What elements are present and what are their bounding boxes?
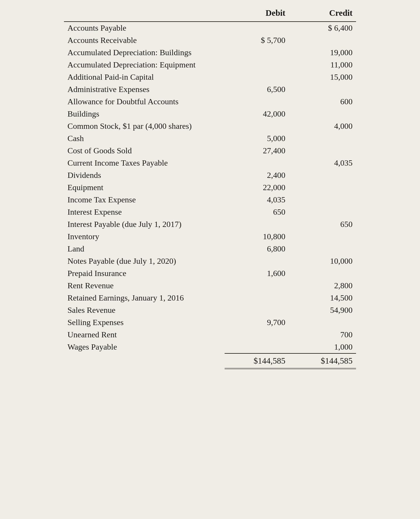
debit-value [225, 304, 289, 316]
debit-value [225, 280, 289, 292]
credit-header: Credit [289, 6, 356, 22]
table-row: Rent Revenue2,800 [64, 280, 356, 292]
account-name: Interest Payable (due July 1, 2017) [64, 218, 225, 230]
credit-value [289, 169, 356, 181]
credit-value [289, 243, 356, 255]
account-header [64, 6, 225, 22]
table-row: Accounts Receivable$ 5,700 [64, 34, 356, 46]
table-row: Administrative Expenses6,500 [64, 83, 356, 96]
table-row: Cash5,000 [64, 132, 356, 145]
account-name: Accumulated Depreciation: Buildings [64, 46, 225, 59]
debit-value: 9,700 [225, 316, 289, 329]
table-row: Common Stock, $1 par (4,000 shares)4,000 [64, 120, 356, 132]
table-row: Allowance for Doubtful Accounts600 [64, 96, 356, 108]
account-name: Accounts Receivable [64, 34, 225, 46]
debit-value: 6,500 [225, 83, 289, 96]
credit-value [289, 230, 356, 243]
credit-value: 700 [289, 329, 356, 341]
credit-value [289, 108, 356, 120]
credit-value: 15,000 [289, 71, 356, 83]
account-name: Additional Paid-in Capital [64, 71, 225, 83]
account-name: Equipment [64, 181, 225, 194]
table-row: Accumulated Depreciation: Buildings19,00… [64, 46, 356, 59]
credit-value [289, 181, 356, 194]
debit-value [225, 96, 289, 108]
table-row: Cost of Goods Sold27,400 [64, 145, 356, 157]
credit-value: 54,900 [289, 304, 356, 316]
account-name: Unearned Rent [64, 329, 225, 341]
table-row: Selling Expenses9,700 [64, 316, 356, 329]
credit-total: $144,585 [289, 353, 356, 369]
account-name: Cash [64, 132, 225, 145]
debit-value [225, 157, 289, 169]
table-row: Land6,800 [64, 243, 356, 255]
table-row: Accumulated Depreciation: Equipment11,00… [64, 59, 356, 71]
account-name: Income Tax Expense [64, 194, 225, 206]
account-name: Rent Revenue [64, 280, 225, 292]
debit-value [225, 46, 289, 59]
footer-account [64, 353, 225, 369]
debit-value [225, 341, 289, 353]
credit-value [289, 132, 356, 145]
table-row: Current Income Taxes Payable4,035 [64, 157, 356, 169]
credit-value [289, 267, 356, 280]
credit-value [289, 34, 356, 46]
debit-total: $144,585 [225, 353, 289, 369]
debit-value [225, 120, 289, 132]
table-row: Additional Paid-in Capital15,000 [64, 71, 356, 83]
account-name: Prepaid Insurance [64, 267, 225, 280]
credit-value [289, 145, 356, 157]
account-name: Accounts Payable [64, 22, 225, 34]
debit-value: 650 [225, 206, 289, 218]
account-name: Accumulated Depreciation: Equipment [64, 59, 225, 71]
credit-value [289, 316, 356, 329]
account-name: Administrative Expenses [64, 83, 225, 96]
table-row: Wages Payable1,000 [64, 341, 356, 353]
table-row: Unearned Rent700 [64, 329, 356, 341]
table-row: Accounts Payable$ 6,400 [64, 22, 356, 34]
debit-value: 5,000 [225, 132, 289, 145]
credit-value: 1,000 [289, 341, 356, 353]
table-row: Notes Payable (due July 1, 2020)10,000 [64, 255, 356, 267]
debit-value: 27,400 [225, 145, 289, 157]
credit-value: $ 6,400 [289, 22, 356, 34]
account-name: Wages Payable [64, 341, 225, 353]
account-name: Notes Payable (due July 1, 2020) [64, 255, 225, 267]
debit-value: 1,600 [225, 267, 289, 280]
debit-value: $ 5,700 [225, 34, 289, 46]
debit-value [225, 292, 289, 304]
credit-value: 4,035 [289, 157, 356, 169]
account-name: Selling Expenses [64, 316, 225, 329]
account-name: Interest Expense [64, 206, 225, 218]
debit-value: 6,800 [225, 243, 289, 255]
credit-value: 2,800 [289, 280, 356, 292]
account-name: Dividends [64, 169, 225, 181]
debit-value: 4,035 [225, 194, 289, 206]
table-row: Income Tax Expense4,035 [64, 194, 356, 206]
table-row: Inventory10,800 [64, 230, 356, 243]
debit-value [225, 22, 289, 34]
table-row: Buildings42,000 [64, 108, 356, 120]
account-name: Inventory [64, 230, 225, 243]
debit-value: 42,000 [225, 108, 289, 120]
table-row: Prepaid Insurance1,600 [64, 267, 356, 280]
account-name: Cost of Goods Sold [64, 145, 225, 157]
credit-value [289, 83, 356, 96]
debit-value [225, 71, 289, 83]
credit-value: 650 [289, 218, 356, 230]
account-name: Land [64, 243, 225, 255]
debit-value: 10,800 [225, 230, 289, 243]
credit-value: 4,000 [289, 120, 356, 132]
table-row: Retained Earnings, January 1, 201614,500 [64, 292, 356, 304]
trial-balance-table: Debit Credit Accounts Payable$ 6,400Acco… [64, 6, 356, 369]
debit-value [225, 329, 289, 341]
debit-header: Debit [225, 6, 289, 22]
debit-value [225, 255, 289, 267]
account-name: Current Income Taxes Payable [64, 157, 225, 169]
credit-value: 10,000 [289, 255, 356, 267]
credit-value [289, 206, 356, 218]
credit-value: 600 [289, 96, 356, 108]
account-name: Sales Revenue [64, 304, 225, 316]
account-name: Common Stock, $1 par (4,000 shares) [64, 120, 225, 132]
credit-value: 11,000 [289, 59, 356, 71]
